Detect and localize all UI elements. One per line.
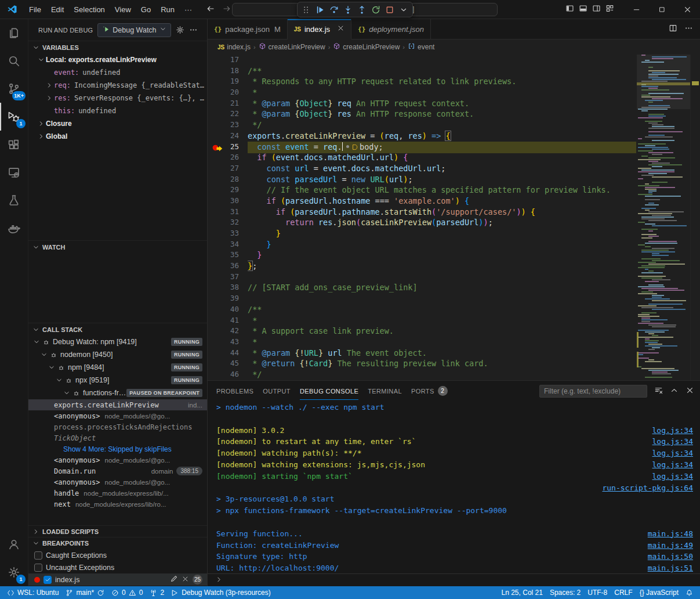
call-stack-header[interactable]: CALL STACK <box>28 323 207 335</box>
variable-row[interactable]: Local: exports.createLinkPreview <box>28 53 207 66</box>
menu-run[interactable]: Run <box>156 3 179 16</box>
code-line[interactable]: 19 * Responds to any HTTP request relate… <box>208 76 700 87</box>
code-editor[interactable]: 1718/**19 * Responds to any HTTP request… <box>208 55 700 380</box>
source-link[interactable]: log.js:34 <box>652 425 693 436</box>
activity-docker[interactable] <box>0 214 28 242</box>
callstack-session[interactable]: nodemon [9450]RUNNING <box>28 348 207 361</box>
code-line[interactable]: 46 */ <box>208 369 700 380</box>
panel-tab-ports[interactable]: PORTS2 <box>411 381 448 401</box>
code-line[interactable]: 31 if (parsedUrl.pathname.startsWith('/s… <box>208 207 700 218</box>
stack-frame[interactable]: handlenode_modules/express/lib/... <box>28 488 207 499</box>
breakpoint-row[interactable]: Uncaught Exceptions <box>28 561 207 573</box>
toggle-panel-icon[interactable] <box>579 4 587 15</box>
activity-testing[interactable] <box>0 186 28 214</box>
menu-file[interactable]: File <box>24 3 46 16</box>
cursor-position[interactable]: Ln 25, Col 21 <box>498 586 546 599</box>
variable-row[interactable]: res:ServerResponse {_events: {…}, _e… <box>28 92 207 104</box>
stack-frame[interactable]: <anonymous>node_modules/@go... <box>28 410 207 421</box>
callstack-session[interactable]: npm [9484]RUNNING <box>28 361 207 374</box>
code-line[interactable]: 22 * @param {Object} res An HTTP respons… <box>208 109 700 120</box>
remote-indicator[interactable]: WSL: Ubuntu <box>3 586 62 599</box>
activity-explorer[interactable] <box>0 19 28 47</box>
indentation[interactable]: Spaces: 2 <box>546 586 584 599</box>
callstack-session[interactable]: functions-fra...PAUSED ON BREAKPOINT <box>28 387 207 399</box>
stack-frame[interactable]: exports.createLinkPreviewind... <box>28 399 207 410</box>
source-link[interactable]: log.js:34 <box>652 471 693 482</box>
menu-edit[interactable]: Edit <box>46 3 68 16</box>
breadcrumb-item[interactable]: JSindex.js <box>217 43 251 51</box>
source-link[interactable]: log.js:34 <box>652 459 693 471</box>
code-line[interactable]: 18/** <box>208 66 700 77</box>
breadcrumb-item[interactable]: createLinkPreview <box>333 42 400 52</box>
problems-status[interactable]: 00 <box>108 586 146 599</box>
code-line[interactable]: 23 */ <box>208 120 700 131</box>
tab-deployment.json[interactable]: {}deployment.json <box>351 19 431 39</box>
customize-layout-icon[interactable] <box>605 4 614 15</box>
tab-index.js[interactable]: JSindex.js <box>288 19 351 39</box>
menu-go[interactable]: Go <box>136 3 155 16</box>
activity-search[interactable] <box>0 47 28 75</box>
continue-button[interactable] <box>314 3 327 16</box>
code-line[interactable]: 40/** <box>208 304 700 315</box>
step-over-button[interactable] <box>328 3 340 16</box>
code-line[interactable]: 25 const event = req.body; <box>208 142 700 153</box>
go-back-icon[interactable] <box>206 4 215 15</box>
stack-frame[interactable]: Domain.rundomain388:15 <box>28 466 207 477</box>
stack-frame[interactable]: nextnode_modules/express/lib/ro... <box>28 499 207 510</box>
views-more-icon[interactable] <box>189 26 198 34</box>
language-mode[interactable]: {} JavaScript <box>636 586 682 599</box>
show-more-link[interactable]: Show 4 More: Skipped by skipFiles <box>28 443 207 454</box>
code-line[interactable]: 32 return res.json(caseLinkPreview(parse… <box>208 217 700 228</box>
step-into-button[interactable] <box>342 3 354 16</box>
code-line[interactable]: 42 * A support case link preview. <box>208 326 700 337</box>
breakpoints-header[interactable]: BREAKPOINTS <box>28 537 207 549</box>
code-line[interactable]: 33 } <box>208 228 700 239</box>
source-link[interactable]: log.js:34 <box>652 448 693 459</box>
menu-[interactable]: ··· <box>180 3 197 16</box>
stack-frame[interactable]: TickObject <box>28 432 207 443</box>
breakpoint-row[interactable]: Caught Exceptions <box>28 549 207 561</box>
source-link[interactable]: main.js:48 <box>648 528 693 540</box>
code-line[interactable]: 44 * @param {!URL} url The event object. <box>208 348 700 359</box>
minimize-button[interactable] <box>623 0 649 19</box>
clear-console-icon[interactable] <box>654 386 663 396</box>
variable-row[interactable]: Closure <box>28 117 207 130</box>
source-link[interactable]: run-script-pkg.js:64 <box>602 482 693 494</box>
activity-source-control[interactable]: 1K+ <box>0 75 28 103</box>
loaded-scripts-header[interactable]: LOADED SCRIPTS <box>28 525 207 537</box>
source-link[interactable]: main.js:50 <box>648 551 693 562</box>
eol-sequence[interactable]: CRLF <box>611 586 636 599</box>
breakpoint-checkbox[interactable] <box>34 551 42 560</box>
panel-tab-output[interactable]: OUTPUT <box>263 381 291 401</box>
edit-breakpoint-icon[interactable] <box>170 575 178 584</box>
breakpoint-checkbox[interactable] <box>43 576 52 584</box>
breakpoint-checkbox[interactable] <box>34 564 42 572</box>
debug-more-button[interactable] <box>397 3 410 16</box>
source-link[interactable]: log.js:34 <box>652 436 693 448</box>
console-filter-input[interactable] <box>539 385 647 398</box>
breadcrumb-item[interactable]: event <box>408 42 434 52</box>
open-launch-json-icon[interactable] <box>176 26 184 34</box>
breadcrumb-item[interactable]: createLinkPreview <box>259 42 325 52</box>
code-line[interactable]: 17 <box>208 55 700 66</box>
code-line[interactable]: 34 } <box>208 239 700 250</box>
callstack-session[interactable]: npx [9519]RUNNING <box>28 374 207 387</box>
stack-frame[interactable]: <anonymous>node_modules/@go... <box>28 454 207 466</box>
code-line[interactable]: 28 const parsedUrl = new URL(url); <box>208 174 700 185</box>
close-tab-icon[interactable] <box>337 24 344 34</box>
breakpoint-row[interactable]: index.js25 <box>28 573 207 586</box>
menu-selection[interactable]: Selection <box>69 3 109 16</box>
tab-package.json[interactable]: {}package.jsonM <box>208 19 288 39</box>
code-line[interactable]: 35 } <box>208 250 700 261</box>
git-branch[interactable]: main* <box>62 586 108 599</box>
activity-remote-explorer[interactable] <box>0 158 28 186</box>
panel-tab-debug-console[interactable]: DEBUG CONSOLE <box>300 381 358 401</box>
variable-row[interactable]: req:IncomingMessage {_readableState:… <box>28 79 207 92</box>
watch-header[interactable]: WATCH <box>28 240 207 253</box>
code-line[interactable]: 38// [START add_ons_case_preview_link] <box>208 282 700 293</box>
split-editor-icon[interactable] <box>669 24 677 34</box>
stack-frame[interactable]: process.processTicksAndRejections <box>28 421 207 432</box>
panel-tab-problems[interactable]: PROBLEMS <box>216 381 253 401</box>
stop-button[interactable] <box>383 3 396 16</box>
variable-row[interactable]: event:undefined <box>28 66 207 79</box>
